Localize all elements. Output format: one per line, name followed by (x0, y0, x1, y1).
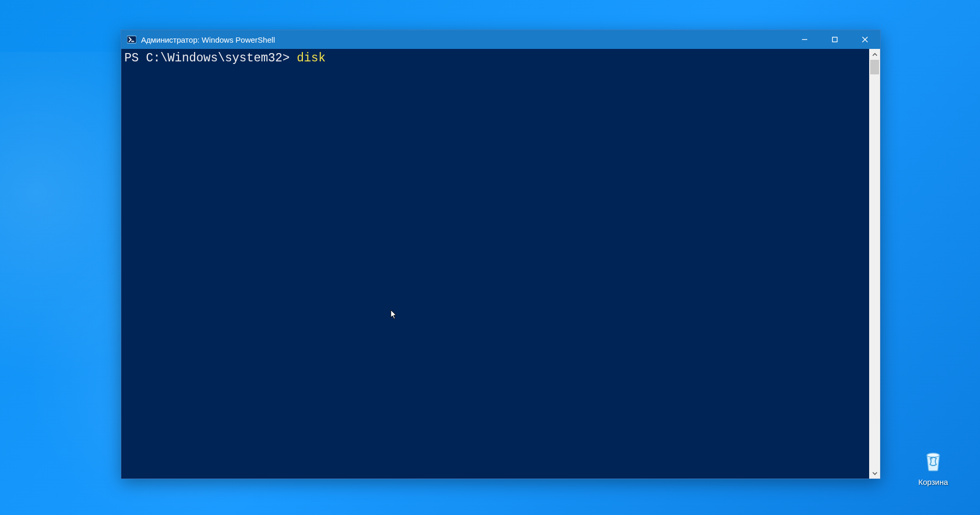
svg-point-6 (927, 453, 939, 457)
scrollbar-track[interactable] (869, 60, 880, 468)
minimize-button[interactable] (790, 30, 820, 49)
chevron-down-icon (872, 471, 877, 476)
powershell-window: Администратор: Windows PowerShell PS C:\… (121, 30, 881, 479)
maximize-icon (832, 36, 838, 43)
titlebar[interactable]: Администратор: Windows PowerShell (121, 30, 880, 49)
terminal-area: PS C:\Windows\system32> disk (121, 49, 880, 479)
recycle-bin-label: Корзина (918, 478, 948, 486)
recycle-bin-icon (919, 446, 947, 474)
maximize-button[interactable] (820, 30, 850, 49)
close-icon (862, 36, 868, 43)
scroll-up-arrow[interactable] (869, 49, 880, 60)
close-button[interactable] (850, 30, 880, 49)
prompt-text: PS C:\Windows\system32> (124, 52, 297, 65)
command-text: disk (297, 52, 325, 65)
svg-rect-3 (833, 37, 837, 42)
scroll-down-arrow[interactable] (869, 468, 880, 479)
minimize-icon (801, 36, 808, 43)
chevron-up-icon (872, 52, 877, 57)
terminal-output[interactable]: PS C:\Windows\system32> disk (121, 49, 869, 479)
vertical-scrollbar[interactable] (869, 49, 880, 479)
window-title: Администратор: Windows PowerShell (141, 35, 275, 44)
recycle-bin[interactable]: Корзина (910, 446, 957, 486)
powershell-icon (126, 34, 137, 45)
scrollbar-thumb[interactable] (870, 60, 879, 74)
